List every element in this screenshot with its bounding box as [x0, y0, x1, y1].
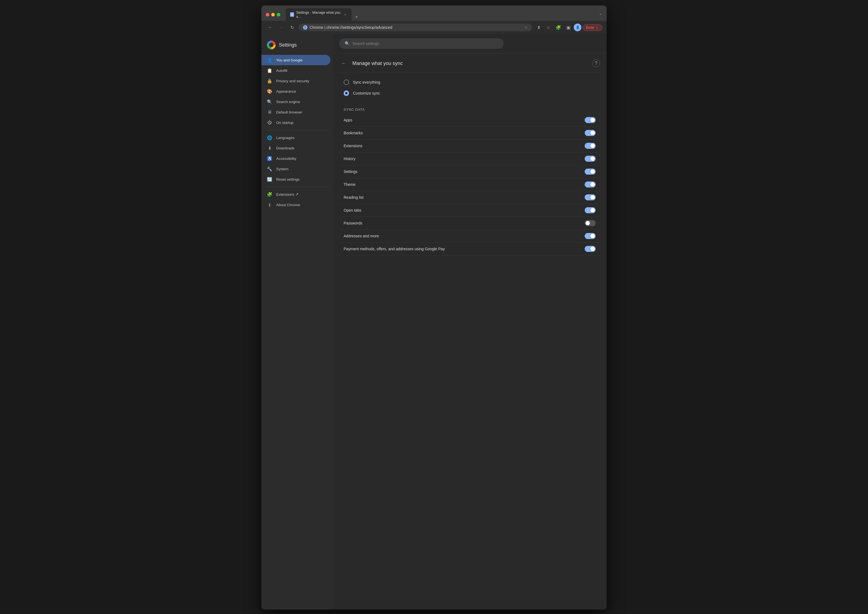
sync-item-apps-label: Apps: [344, 118, 585, 122]
settings-toggle-thumb: [591, 169, 595, 174]
sync-item-settings[interactable]: Settings: [339, 165, 600, 178]
traffic-lights: [266, 13, 280, 16]
theme-toggle-thumb: [591, 182, 595, 187]
sidebar-item-downloads[interactable]: ⬇ Downloads: [261, 143, 330, 153]
sidebar-item-default-browser[interactable]: 🖥 Default browser: [261, 107, 330, 117]
sync-everything-radio[interactable]: [344, 79, 349, 85]
new-tab-button[interactable]: +: [353, 13, 360, 21]
bookmark-star-icon[interactable]: ☆: [544, 23, 553, 32]
maximize-button[interactable]: [277, 13, 280, 16]
sidebar-item-search-engine[interactable]: 🔍 Search engine: [261, 96, 330, 107]
bookmark-icon[interactable]: ☆: [524, 25, 528, 30]
tab-close-button[interactable]: ×: [343, 12, 347, 17]
error-button[interactable]: Error ⋮: [583, 24, 602, 31]
sync-item-open-tabs-label: Open tabs: [344, 208, 585, 213]
reload-button[interactable]: ↻: [288, 23, 296, 32]
addresses-toggle-thumb: [591, 234, 595, 238]
profile-avatar[interactable]: 👤: [574, 23, 581, 31]
addresses-toggle[interactable]: [585, 233, 596, 239]
sidebar-item-autofill[interactable]: 📋 Autofill: [261, 65, 330, 76]
sync-item-passwords-label: Passwords: [344, 221, 585, 225]
sync-item-passwords[interactable]: Passwords: [339, 217, 600, 230]
sidebar-title: Settings: [279, 42, 297, 48]
sidebar-label-reset-settings: Reset settings: [276, 177, 300, 182]
sidebar-label-search-engine: Search engine: [276, 100, 300, 104]
sync-item-open-tabs[interactable]: Open tabs: [339, 204, 600, 217]
sync-item-theme-label: Theme: [344, 182, 585, 187]
help-button[interactable]: ?: [592, 59, 600, 67]
you-and-google-icon: 👤: [267, 57, 272, 63]
sidebar-item-privacy-security[interactable]: 🔒 Privacy and security: [261, 76, 330, 86]
customize-sync-radio[interactable]: [344, 90, 349, 96]
sync-everything-label: Sync everything: [353, 80, 380, 84]
back-nav-button[interactable]: ←: [266, 23, 274, 32]
theme-toggle[interactable]: [585, 182, 596, 188]
page-title: Manage what you sync: [352, 61, 588, 66]
sidebar-item-system[interactable]: 🔧 System: [261, 164, 330, 174]
privacy-icon: 🔒: [267, 78, 272, 84]
sidebar-label-appearance: Appearance: [276, 89, 296, 93]
sync-item-apps[interactable]: Apps: [339, 114, 600, 127]
sync-item-history[interactable]: History: [339, 152, 600, 165]
open-tabs-toggle[interactable]: [585, 207, 596, 213]
settings-toggle[interactable]: [585, 169, 596, 175]
tabs-area: ⚙ Settings - Manage what you s… × +: [286, 8, 596, 21]
about-chrome-icon: ℹ: [267, 202, 272, 207]
radio-section: Sync everything Customize sync: [339, 72, 600, 103]
sync-item-addresses[interactable]: Addresses and more: [339, 230, 600, 242]
search-bar[interactable]: 🔍: [339, 38, 504, 49]
apps-toggle[interactable]: [585, 117, 596, 123]
sidebar-item-appearance[interactable]: 🎨 Appearance: [261, 86, 330, 96]
passwords-toggle[interactable]: [585, 220, 596, 226]
history-toggle[interactable]: [585, 156, 596, 162]
minimize-button[interactable]: [271, 13, 275, 16]
content-area: 🔍 ← Manage what you sync ? Sync everythi…: [333, 34, 607, 609]
close-button[interactable]: [266, 13, 269, 16]
downloads-icon: ⬇: [267, 145, 272, 151]
sidebar-item-accessibility[interactable]: ♿ Accessibility: [261, 153, 330, 164]
open-tabs-toggle-thumb: [591, 208, 595, 213]
search-input[interactable]: [353, 41, 498, 46]
sidebar-item-languages[interactable]: 🌐 Languages: [261, 132, 330, 143]
bookmarks-toggle-thumb: [591, 131, 595, 135]
sync-item-bookmarks-label: Bookmarks: [344, 131, 585, 135]
sync-everything-option[interactable]: Sync everything: [339, 77, 600, 88]
autofill-icon: 📋: [267, 68, 272, 73]
active-tab[interactable]: ⚙ Settings - Manage what you s… ×: [286, 8, 352, 21]
settings-layout: Settings 👤 You and Google 📋 Autofill 🔒 P…: [261, 34, 607, 609]
sidebar-item-you-and-google[interactable]: 👤 You and Google: [261, 55, 330, 65]
sidebar-item-reset-settings[interactable]: 🔄 Reset settings: [261, 174, 330, 185]
payment-toggle[interactable]: [585, 246, 596, 252]
sync-item-payment[interactable]: Payment methods, offers, and addresses u…: [339, 242, 600, 255]
sidebar-item-about-chrome[interactable]: ℹ About Chrome: [261, 199, 330, 210]
page-header: ← Manage what you sync ?: [339, 53, 600, 72]
sync-item-extensions[interactable]: Extensions: [339, 140, 600, 152]
extensions-toggle[interactable]: [585, 143, 596, 149]
share-icon[interactable]: ⬆: [534, 23, 543, 32]
customize-sync-option[interactable]: Customize sync: [339, 88, 600, 99]
default-browser-icon: 🖥: [267, 109, 272, 115]
title-bar-actions: ⌄: [599, 11, 602, 18]
sidebar-logo: Settings: [261, 38, 333, 55]
back-button[interactable]: ←: [339, 59, 348, 68]
sidebar-item-extensions[interactable]: 🧩 Extensions ↗: [261, 189, 330, 199]
search-icon: 🔍: [345, 41, 350, 46]
forward-nav-button[interactable]: →: [277, 23, 285, 32]
accessibility-icon: ♿: [267, 156, 272, 161]
address-bar[interactable]: © Chrome | chrome://settings/syncSetup/a…: [299, 23, 532, 31]
sidebar-label-autofill: Autofill: [276, 68, 287, 73]
extensions-puzzle-icon[interactable]: 🧩: [554, 23, 563, 32]
reading-list-toggle[interactable]: [585, 194, 596, 201]
sync-item-reading-list[interactable]: Reading list: [339, 191, 600, 204]
sync-item-addresses-label: Addresses and more: [344, 234, 585, 238]
sync-item-theme[interactable]: Theme: [339, 178, 600, 191]
sync-item-bookmarks[interactable]: Bookmarks: [339, 127, 600, 140]
sidebar-item-on-startup[interactable]: ⏻ On startup: [261, 117, 330, 128]
sidebar-divider-1: [266, 130, 328, 130]
address-favicon: ©: [303, 25, 307, 30]
minimize-icon[interactable]: ⌄: [599, 11, 602, 16]
side-panel-icon[interactable]: ▣: [564, 23, 573, 32]
sync-item-settings-label: Settings: [344, 169, 585, 174]
customize-sync-label: Customize sync: [353, 91, 380, 95]
bookmarks-toggle[interactable]: [585, 130, 596, 136]
